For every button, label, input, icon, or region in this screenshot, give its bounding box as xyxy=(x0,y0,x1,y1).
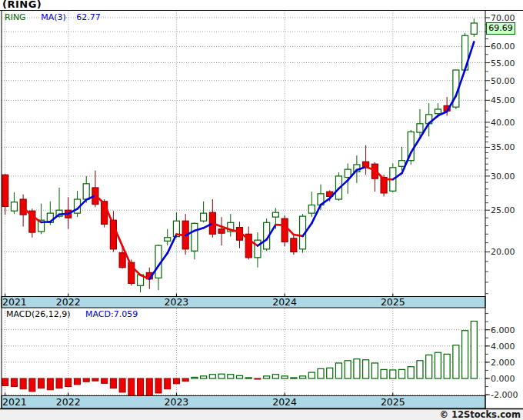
macd-bar-positive xyxy=(417,361,423,378)
macd-bar-negative xyxy=(83,378,89,382)
year-label: 2021 xyxy=(2,296,27,308)
macd-bar-negative xyxy=(138,378,144,395)
macd-bar-positive xyxy=(291,378,297,378)
macd-params: MACD(26,12,9) xyxy=(6,309,71,319)
candle-up xyxy=(192,223,198,251)
price-axis-label: 55.00 xyxy=(491,58,515,68)
macd-bar-negative xyxy=(11,378,17,387)
macd-bar-negative xyxy=(182,378,188,382)
year-label: 2021 xyxy=(2,396,27,408)
macd-bar-negative xyxy=(255,378,261,379)
macd-bar-positive xyxy=(236,375,242,378)
year-label: 2024 xyxy=(272,396,297,408)
price-axis-label: 30.00 xyxy=(491,172,515,182)
price-axis: 70.0065.0060.0055.0050.0045.0040.0035.00… xyxy=(485,13,515,294)
price-axis-label: 20.00 xyxy=(491,247,515,257)
year-label: 2023 xyxy=(165,296,189,308)
last-price-badge: 69.69 xyxy=(486,22,515,35)
macd-bar-positive xyxy=(245,378,252,378)
macd-bar-positive xyxy=(318,368,324,378)
macd-bar-negative xyxy=(47,378,53,390)
year-label: 2025 xyxy=(381,296,405,308)
macd-bar-negative xyxy=(65,378,72,387)
year-label: 2022 xyxy=(56,396,81,408)
macd-bar-negative xyxy=(110,378,116,388)
macd-bar-negative xyxy=(155,378,162,393)
macd-bar-positive xyxy=(264,376,270,378)
macd-axis-label: 2.000 xyxy=(491,358,515,368)
macd-axis-label: -2.000 xyxy=(491,390,518,400)
candle-up xyxy=(165,238,171,242)
macd-bar-negative xyxy=(92,378,98,381)
legend-symbol: RING xyxy=(5,12,26,22)
macd-bar-negative xyxy=(119,378,125,392)
macd-bar-positive xyxy=(381,369,387,378)
macd-bar-negative xyxy=(102,378,108,383)
ticker-title: (RING) xyxy=(2,0,42,10)
macd-bar-positive xyxy=(209,375,215,378)
candle-up xyxy=(417,124,423,132)
candle-down xyxy=(291,238,297,252)
macd-axis-label: 6.000 xyxy=(491,325,515,335)
watermark-link[interactable]: © 12Stocks.com xyxy=(439,409,521,420)
price-axis-label: 35.00 xyxy=(491,142,515,152)
macd-axis-label: 0.000 xyxy=(491,374,515,384)
macd-bar-positive xyxy=(345,361,351,378)
candle-up xyxy=(83,184,89,199)
candle-up xyxy=(201,213,207,221)
candle-up xyxy=(255,240,261,258)
candle-up xyxy=(435,109,441,114)
macd-bar-positive xyxy=(390,370,396,378)
macd-bar-positive xyxy=(363,360,369,378)
price-axis-label: 50.00 xyxy=(491,76,515,86)
stock-chart-canvas: 2021202120222022202320232024202420252025… xyxy=(0,0,523,420)
macd-axis-label: 4.000 xyxy=(491,342,515,352)
macd-bar-positive xyxy=(308,372,315,378)
year-label: 2022 xyxy=(56,296,81,308)
candle-up xyxy=(399,161,405,167)
macd-bar-positive xyxy=(335,363,341,378)
candle-up xyxy=(11,202,17,211)
macd-bar-negative xyxy=(74,378,80,385)
macd-bar-positive xyxy=(444,354,450,378)
macd-bar-positive xyxy=(218,374,225,378)
macd-bar-positive xyxy=(272,375,278,378)
candlesticks-layer xyxy=(2,18,478,292)
macd-bar-positive xyxy=(300,376,306,378)
price-axis-label: 40.00 xyxy=(491,118,515,128)
year-label: 2025 xyxy=(381,396,405,408)
macd-bar-negative xyxy=(146,378,152,395)
macd-bar-negative xyxy=(2,378,8,385)
macd-bar-positive xyxy=(327,368,333,378)
candle-up xyxy=(345,169,351,177)
macd-current-value: MACD:7.059 xyxy=(85,309,138,319)
legend-ma-label: MA(3) xyxy=(41,12,66,22)
year-label: 2023 xyxy=(165,396,189,408)
candle-up xyxy=(308,205,315,214)
candle-down xyxy=(2,175,8,206)
macd-bar-positive xyxy=(426,355,432,378)
macd-panel-legend: MACD(26,12,9) MACD:7.059 xyxy=(6,309,138,319)
macd-bar-positive xyxy=(453,345,459,378)
macd-bar-negative xyxy=(38,378,45,388)
macd-bar-negative xyxy=(56,378,62,388)
price-axis-label: 25.00 xyxy=(491,205,515,215)
macd-bar-positive xyxy=(371,363,378,378)
macd-bar-negative xyxy=(165,378,171,389)
macd-bar-positive xyxy=(399,369,405,378)
candle-down xyxy=(119,253,125,268)
macd-bar-positive xyxy=(192,377,198,378)
macd-bar-positive xyxy=(435,352,441,378)
macd-axis: 6.0004.0002.0000.000-2.000 xyxy=(485,314,518,400)
macd-bar-negative xyxy=(29,378,35,392)
macd-bar-positive xyxy=(281,376,288,378)
macd-bar-positive xyxy=(408,367,414,378)
legend-ma-value: 62.77 xyxy=(76,12,101,22)
price-axis-label: 60.00 xyxy=(491,42,515,52)
macd-bar-negative xyxy=(20,378,26,389)
macd-bar-negative xyxy=(173,378,179,384)
macd-bar-positive xyxy=(201,376,207,378)
macd-histogram xyxy=(2,322,478,395)
price-axis-label: 45.00 xyxy=(491,95,515,105)
candle-up xyxy=(471,23,477,34)
